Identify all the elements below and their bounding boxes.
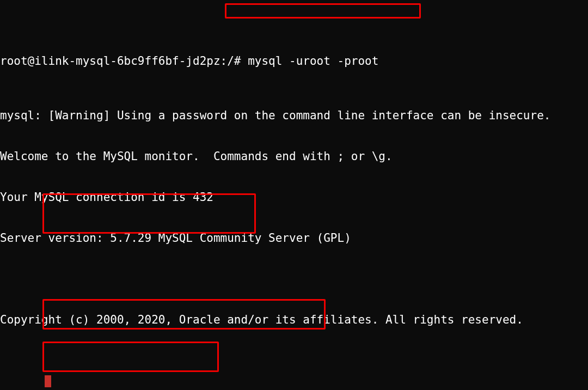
terminal-window[interactable]: root@ilink-mysql-6bc9ff6bf-jd2pz:/# mysq… [0,0,588,390]
shell-command: mysql -uroot -proot [248,54,378,68]
output-line: mysql: [Warning] Using a password on the… [0,109,588,123]
output-line: Welcome to the MySQL monitor. Commands e… [0,150,588,163]
annotation-box-login-cmd [225,3,421,19]
output-line: Your MySQL connection id is 432 [0,191,588,204]
cursor-block [45,375,51,387]
output-line: Server version: 5.7.29 MySQL Community S… [0,231,588,245]
output-line [0,272,588,286]
output-line [0,354,588,368]
output-line: Copyright (c) 2000, 2020, Oracle and/or … [0,313,588,327]
shell-prompt: root@ilink-mysql-6bc9ff6bf-jd2pz:/# [0,54,248,68]
